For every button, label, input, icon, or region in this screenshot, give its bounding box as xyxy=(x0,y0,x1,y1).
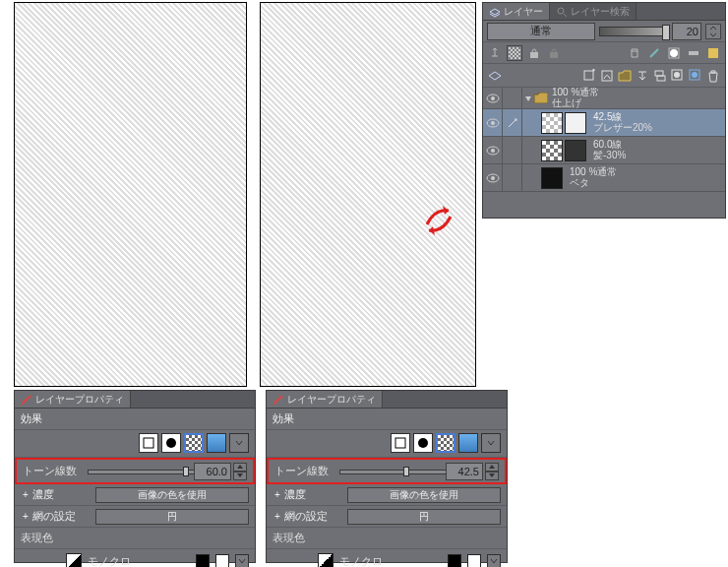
folder-visibility-toggle[interactable] xyxy=(483,88,503,108)
display-color-dropdown[interactable] xyxy=(235,554,249,567)
opacity-value[interactable]: 20 xyxy=(672,23,701,40)
density-value[interactable]: 画像の色を使用 xyxy=(347,487,501,503)
tab-layers[interactable]: レイヤー xyxy=(483,3,550,20)
black-swatch[interactable] xyxy=(196,554,210,567)
effect-border-button[interactable] xyxy=(139,433,158,453)
tab-layer-property[interactable]: レイヤープロパティ xyxy=(15,391,131,408)
brush-icon xyxy=(273,394,284,406)
create-mask-button[interactable] xyxy=(670,68,686,84)
layer-list: 100 %通常 仕上げ 42.5線 ブレザー20% xyxy=(483,88,725,192)
brush-icon xyxy=(21,394,32,406)
new-vector-layer-button[interactable] xyxy=(599,68,615,84)
svg-rect-10 xyxy=(689,51,698,55)
svg-rect-30 xyxy=(395,438,405,448)
effect-border-button[interactable] xyxy=(391,433,410,453)
folder-icon xyxy=(534,93,548,103)
lock-pixels-button[interactable] xyxy=(526,45,542,61)
layer-folder[interactable]: 100 %通常 仕上げ xyxy=(483,88,725,109)
draft-layer-button[interactable] xyxy=(646,45,662,61)
blend-mode-dropdown[interactable]: 通常 xyxy=(487,23,595,40)
density-label: 濃度 xyxy=(32,487,54,502)
layer-name-line1: 60.0線 xyxy=(593,140,725,151)
effect-layercolor-button[interactable] xyxy=(458,433,478,453)
effect-outline-button[interactable] xyxy=(161,433,181,453)
spin-up[interactable] xyxy=(485,463,499,472)
tone-lines-slider[interactable] xyxy=(88,470,208,474)
density-value[interactable]: 画像の色を使用 xyxy=(95,487,249,503)
layer-item[interactable]: 42.5線 ブレザー20% xyxy=(483,109,725,137)
svg-rect-12 xyxy=(584,71,593,80)
opacity-slider[interactable] xyxy=(599,27,668,36)
effects-label: 効果 xyxy=(267,409,507,430)
black-swatch[interactable] xyxy=(448,554,461,567)
merge-down-button[interactable] xyxy=(652,68,668,84)
new-raster-layer-button[interactable] xyxy=(581,68,597,84)
expand-icon[interactable]: + xyxy=(273,511,282,522)
expand-icon[interactable]: + xyxy=(273,489,282,500)
layer-visibility-toggle[interactable] xyxy=(483,109,503,136)
transfer-down-button[interactable] xyxy=(635,68,650,84)
ruler-toggle-button[interactable] xyxy=(686,45,701,61)
layer-visibility-toggle[interactable] xyxy=(483,164,503,191)
layer-link xyxy=(503,164,522,191)
display-color-value[interactable]: モノクロ xyxy=(339,554,383,568)
illustration-right xyxy=(260,2,476,387)
expand-icon[interactable]: + xyxy=(21,489,30,500)
tone-lines-spinner[interactable] xyxy=(233,463,247,480)
lock-all-button[interactable] xyxy=(546,45,562,61)
layer-item[interactable]: 100 %通常 ベタ xyxy=(483,164,725,192)
tone-lines-value[interactable]: 42.5 xyxy=(446,463,483,480)
tab-layers-label: レイヤー xyxy=(504,5,543,19)
prop-panel-tabs: レイヤープロパティ xyxy=(15,391,255,409)
display-color-row: モノクロ xyxy=(267,549,507,567)
effect-tone-button[interactable] xyxy=(436,433,455,453)
tab-layer-search[interactable]: レイヤー検索 xyxy=(550,3,637,20)
effect-tone-button[interactable] xyxy=(184,433,204,453)
apply-mask-button[interactable] xyxy=(688,68,703,84)
white-swatch[interactable] xyxy=(467,554,481,567)
display-color-value[interactable]: モノクロ xyxy=(88,554,131,568)
new-folder-button[interactable] xyxy=(617,68,633,84)
layer-visibility-toggle[interactable] xyxy=(483,137,503,163)
spin-down[interactable] xyxy=(233,472,247,480)
ref-layer-button[interactable] xyxy=(627,45,642,61)
tone-lines-knob[interactable] xyxy=(183,467,189,476)
expand-icon[interactable]: + xyxy=(21,511,30,522)
halftone-value[interactable]: 円 xyxy=(95,509,249,525)
tone-lines-value[interactable]: 60.0 xyxy=(194,463,231,480)
effect-dropdown[interactable] xyxy=(481,433,501,453)
tone-lines-spinner[interactable] xyxy=(485,463,499,480)
halftone-row: +網の設定 円 xyxy=(15,506,255,528)
tab-layer-property[interactable]: レイヤープロパティ xyxy=(267,391,383,408)
effect-dropdown[interactable] xyxy=(229,433,249,453)
halftone-value[interactable]: 円 xyxy=(347,509,501,525)
layer-search-icon xyxy=(556,6,568,18)
layers-panel-tabs: レイヤー レイヤー検索 xyxy=(483,3,725,21)
display-color-label-row: 表現色 xyxy=(15,528,255,549)
display-color-row: モノクロ xyxy=(15,549,255,567)
layer-item[interactable]: 60.0線 髪-30% xyxy=(483,137,725,164)
tone-lines-row: トーン線数 60.0 xyxy=(15,458,255,484)
palette-mode-icon[interactable] xyxy=(487,68,503,84)
spin-down[interactable] xyxy=(485,472,499,480)
layer-name-line2: 髪-30% xyxy=(593,151,725,161)
effect-layercolor-button[interactable] xyxy=(207,433,226,453)
spin-up[interactable] xyxy=(233,463,247,472)
display-color-dropdown[interactable] xyxy=(487,554,501,567)
folder-collapse-toggle[interactable] xyxy=(522,88,534,108)
white-swatch[interactable] xyxy=(215,554,229,567)
effect-outline-button[interactable] xyxy=(413,433,433,453)
tone-lines-knob[interactable] xyxy=(403,467,409,476)
delete-layer-button[interactable] xyxy=(705,68,721,84)
layer-color-button[interactable] xyxy=(705,45,721,61)
svg-point-17 xyxy=(674,72,680,78)
layer-mask-button[interactable] xyxy=(666,45,682,61)
layer-actions-row xyxy=(483,64,725,88)
svg-point-8 xyxy=(670,49,678,57)
opacity-spinner[interactable] xyxy=(705,24,721,39)
tone-lines-slider[interactable] xyxy=(339,470,459,474)
lock-transparent-button[interactable] xyxy=(507,45,522,61)
clip-to-below-button[interactable] xyxy=(487,45,503,61)
folder-link xyxy=(503,88,522,108)
prop-panel-tabs: レイヤープロパティ xyxy=(267,391,507,409)
